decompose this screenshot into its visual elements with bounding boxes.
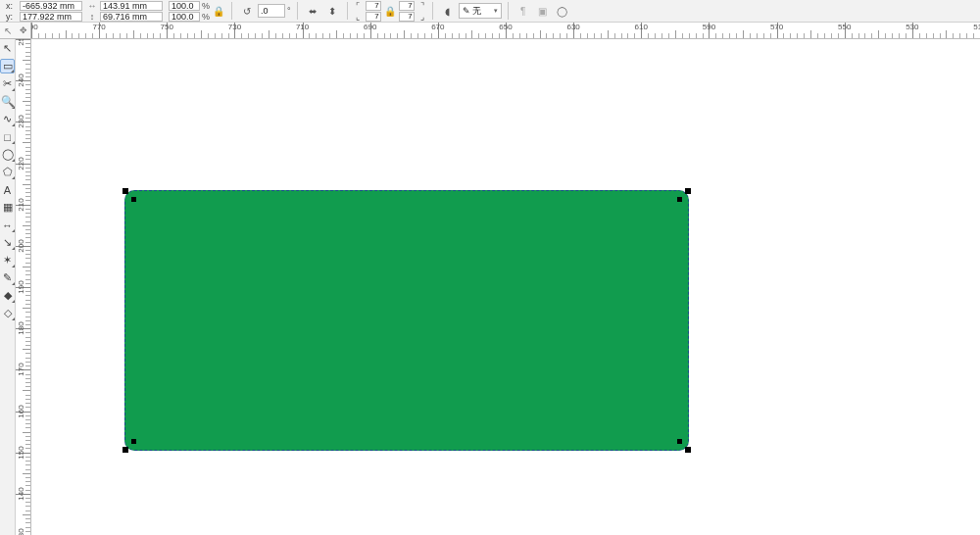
corner-node-tr[interactable]	[677, 197, 682, 202]
corner-node-bl[interactable]	[131, 439, 136, 444]
rotation-unit: °	[287, 6, 291, 16]
width-icon: ↔	[86, 1, 98, 11]
width-input[interactable]: 143.91 mm	[100, 1, 163, 11]
scale-y-unit: %	[202, 12, 210, 22]
corner-tl-icon: ⌜	[354, 1, 362, 11]
rotate-icon: ↺	[238, 2, 256, 20]
text-tool[interactable]: A	[0, 182, 15, 197]
fill-tool[interactable]: ◆	[0, 288, 15, 303]
zoom-tool[interactable]: 🔍	[0, 94, 15, 109]
scale-x-input[interactable]: 100.0	[169, 1, 200, 11]
corner-radius-right: 7 ⌝ 7 ⌟	[399, 1, 426, 22]
freehand-tool[interactable]: ∿	[0, 112, 15, 126]
y-label: y:	[6, 12, 18, 22]
scale-y-input[interactable]: 100.0	[169, 12, 200, 22]
height-icon: ↕	[86, 12, 98, 22]
ruler-vertical[interactable]: 250240230220210200190180170160150140130	[16, 39, 31, 535]
pick-tool[interactable]: ↖	[0, 41, 15, 56]
rotation-input[interactable]: .0	[258, 4, 285, 18]
outline-tool[interactable]: ◇	[0, 306, 15, 320]
separator	[432, 2, 433, 20]
separator	[231, 2, 232, 20]
connector-tool[interactable]: ↘	[0, 235, 15, 250]
size-group: ↔ 143.91 mm ↕ 69.716 mm	[86, 1, 163, 22]
round-corner-button[interactable]: ◖	[439, 2, 457, 20]
x-label: x:	[6, 1, 18, 11]
corner-tr-input[interactable]: 7	[399, 1, 415, 11]
selection-handle-tr[interactable]	[685, 188, 691, 194]
corner-tr-icon: ⌝	[418, 1, 426, 11]
corner-br-input[interactable]: 7	[399, 12, 415, 22]
separator	[508, 2, 509, 20]
corner-bl-input[interactable]: 7	[366, 12, 381, 22]
outline-width-value: 无	[472, 5, 481, 18]
lock-ratio-icon[interactable]: 🔒	[212, 6, 225, 17]
wrap-text-button[interactable]: ¶	[514, 2, 532, 20]
shape-tool[interactable]: ▭	[0, 59, 15, 73]
selection-handle-br[interactable]	[685, 447, 691, 453]
y-input[interactable]: 177.922 mm	[20, 12, 82, 22]
to-front-button[interactable]: ▣	[534, 2, 552, 20]
rounded-rectangle-shape[interactable]	[124, 190, 689, 451]
mirror-vertical-button[interactable]: ⬍	[323, 2, 341, 20]
scale-group: 100.0 % 100.0 %	[169, 1, 210, 22]
corner-bl-icon: ⌞	[354, 12, 362, 22]
x-input[interactable]: -665.932 mm	[20, 1, 82, 11]
scale-x-unit: %	[202, 1, 210, 11]
corner-node-br[interactable]	[677, 439, 682, 444]
corner-lock-icon[interactable]: 🔒	[383, 6, 397, 17]
ruler-origin-icon[interactable]: ✥	[16, 23, 31, 39]
selection-handle-tl[interactable]	[122, 188, 128, 194]
property-bar: x: -665.932 mm y: 177.922 mm ↔ 143.91 mm…	[0, 0, 980, 23]
corner-node-tl[interactable]	[131, 197, 136, 202]
eyedropper-tool[interactable]: ✎	[0, 270, 15, 285]
ruler-horizontal[interactable]: 7907707507307106906706506306105905705505…	[31, 23, 980, 39]
polygon-tool[interactable]: ⬠	[0, 165, 15, 179]
ellipse-tool[interactable]: ◯	[0, 147, 15, 162]
selection-handle-bl[interactable]	[122, 447, 128, 453]
crop-tool[interactable]: ✂	[0, 76, 15, 91]
rectangle-tool[interactable]: □	[0, 129, 15, 144]
chevron-down-icon: ▾	[494, 7, 498, 15]
toolbox: ↖▭✂🔍∿□◯⬠A▦↔↘✶✎◆◇	[0, 39, 16, 535]
outline-width-select[interactable]: ✎ 无 ▾	[459, 3, 502, 19]
convert-to-curves-button[interactable]: ◯	[554, 2, 571, 20]
effects-tool[interactable]: ✶	[0, 253, 15, 268]
table-tool[interactable]: ▦	[0, 200, 15, 215]
position-group: x: -665.932 mm y: 177.922 mm	[6, 1, 82, 22]
dimension-tool[interactable]: ↔	[0, 218, 15, 232]
corner-tl-input[interactable]: 7	[366, 1, 381, 11]
corner-radius-left: ⌜ 7 ⌞ 7	[354, 1, 381, 22]
separator	[347, 2, 348, 20]
separator	[297, 2, 298, 20]
mirror-horizontal-button[interactable]: ⬌	[304, 2, 321, 20]
height-input[interactable]: 69.716 mm	[100, 12, 163, 22]
cursor-origin-icon[interactable]: ↖	[0, 23, 16, 39]
corner-br-icon: ⌟	[418, 12, 426, 22]
pen-icon: ✎	[463, 6, 470, 16]
rotation-group: ↺ .0 °	[238, 2, 291, 20]
canvas[interactable]	[31, 39, 980, 535]
